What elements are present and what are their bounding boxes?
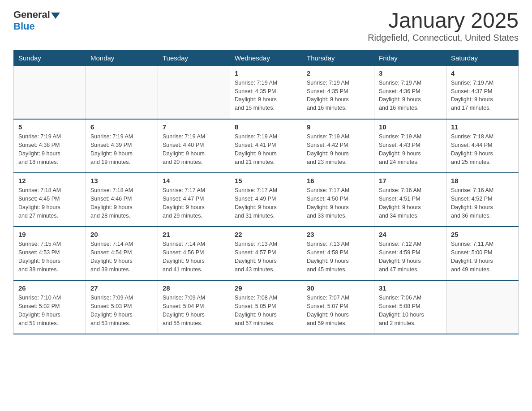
day-number: 10: [379, 123, 442, 131]
table-row: 24Sunrise: 7:12 AMSunset: 4:59 PMDayligh…: [374, 227, 446, 280]
table-row: 25Sunrise: 7:11 AMSunset: 5:00 PMDayligh…: [446, 227, 519, 280]
day-info: Sunrise: 7:16 AMSunset: 4:52 PMDaylight:…: [451, 186, 514, 220]
day-info: Sunrise: 7:19 AMSunset: 4:37 PMDaylight:…: [451, 79, 514, 112]
calendar-week-row: 12Sunrise: 7:18 AMSunset: 4:45 PMDayligh…: [14, 173, 519, 227]
table-row: 20Sunrise: 7:14 AMSunset: 4:54 PMDayligh…: [86, 227, 158, 280]
day-number: 7: [163, 123, 225, 131]
day-number: 28: [163, 284, 225, 292]
table-row: 21Sunrise: 7:14 AMSunset: 4:56 PMDayligh…: [158, 227, 230, 280]
table-row: 30Sunrise: 7:07 AMSunset: 5:07 PMDayligh…: [302, 280, 374, 334]
weekday-header-row: Sunday Monday Tuesday Wednesday Thursday…: [14, 50, 519, 65]
day-number: 6: [90, 123, 153, 131]
table-row: 23Sunrise: 7:13 AMSunset: 4:58 PMDayligh…: [302, 227, 374, 280]
table-row: 5Sunrise: 7:19 AMSunset: 4:38 PMDaylight…: [14, 119, 86, 173]
day-number: 16: [307, 177, 369, 184]
table-row: 14Sunrise: 7:17 AMSunset: 4:47 PMDayligh…: [158, 173, 230, 227]
header-monday: Monday: [86, 50, 158, 65]
page-header: General Blue January 2025 Ridgefield, Co…: [13, 9, 519, 43]
table-row: 31Sunrise: 7:06 AMSunset: 5:08 PMDayligh…: [374, 280, 446, 334]
table-row: 7Sunrise: 7:19 AMSunset: 4:40 PMDaylight…: [158, 119, 230, 173]
day-number: 25: [451, 231, 514, 238]
day-number: 27: [90, 284, 153, 292]
day-info: Sunrise: 7:18 AMSunset: 4:45 PMDaylight:…: [18, 186, 81, 220]
day-info: Sunrise: 7:19 AMSunset: 4:42 PMDaylight:…: [307, 133, 369, 166]
day-number: 31: [379, 284, 442, 292]
day-info: Sunrise: 7:19 AMSunset: 4:40 PMDaylight:…: [163, 133, 225, 166]
calendar-title: January 2025: [368, 9, 519, 33]
day-number: 1: [235, 69, 297, 77]
table-row: 19Sunrise: 7:15 AMSunset: 4:53 PMDayligh…: [14, 227, 86, 280]
calendar-week-row: 5Sunrise: 7:19 AMSunset: 4:38 PMDaylight…: [14, 119, 519, 173]
day-number: 24: [379, 231, 442, 238]
table-row: 13Sunrise: 7:18 AMSunset: 4:46 PMDayligh…: [86, 173, 158, 227]
day-info: Sunrise: 7:08 AMSunset: 5:05 PMDaylight:…: [235, 294, 297, 327]
table-row: 2Sunrise: 7:19 AMSunset: 4:35 PMDaylight…: [302, 65, 374, 119]
day-number: 23: [307, 231, 369, 238]
day-info: Sunrise: 7:09 AMSunset: 5:03 PMDaylight:…: [90, 294, 153, 327]
table-row: [86, 65, 158, 119]
table-row: 15Sunrise: 7:17 AMSunset: 4:49 PMDayligh…: [230, 173, 302, 227]
day-number: 26: [18, 284, 81, 292]
table-row: 17Sunrise: 7:16 AMSunset: 4:51 PMDayligh…: [374, 173, 446, 227]
header-tuesday: Tuesday: [158, 50, 230, 65]
day-info: Sunrise: 7:15 AMSunset: 4:53 PMDaylight:…: [18, 240, 81, 274]
table-row: 8Sunrise: 7:19 AMSunset: 4:41 PMDaylight…: [230, 119, 302, 173]
table-row: 18Sunrise: 7:16 AMSunset: 4:52 PMDayligh…: [446, 173, 519, 227]
day-info: Sunrise: 7:16 AMSunset: 4:51 PMDaylight:…: [379, 186, 442, 220]
day-info: Sunrise: 7:12 AMSunset: 4:59 PMDaylight:…: [379, 240, 442, 274]
day-info: Sunrise: 7:17 AMSunset: 4:50 PMDaylight:…: [307, 186, 369, 220]
calendar-table: Sunday Monday Tuesday Wednesday Thursday…: [13, 50, 519, 335]
day-number: 8: [235, 123, 297, 131]
header-wednesday: Wednesday: [230, 50, 302, 65]
day-info: Sunrise: 7:14 AMSunset: 4:56 PMDaylight:…: [163, 240, 225, 274]
table-row: 6Sunrise: 7:19 AMSunset: 4:39 PMDaylight…: [86, 119, 158, 173]
table-row: [446, 280, 519, 334]
table-row: [158, 65, 230, 119]
day-info: Sunrise: 7:19 AMSunset: 4:38 PMDaylight:…: [18, 133, 81, 166]
day-info: Sunrise: 7:13 AMSunset: 4:57 PMDaylight:…: [235, 240, 297, 274]
day-number: 12: [18, 177, 81, 184]
table-row: 28Sunrise: 7:09 AMSunset: 5:04 PMDayligh…: [158, 280, 230, 334]
table-row: 16Sunrise: 7:17 AMSunset: 4:50 PMDayligh…: [302, 173, 374, 227]
day-number: 29: [235, 284, 297, 292]
table-row: 11Sunrise: 7:18 AMSunset: 4:44 PMDayligh…: [446, 119, 519, 173]
table-row: [14, 65, 86, 119]
table-row: 22Sunrise: 7:13 AMSunset: 4:57 PMDayligh…: [230, 227, 302, 280]
day-number: 22: [235, 231, 297, 238]
day-number: 19: [18, 231, 81, 238]
header-thursday: Thursday: [302, 50, 374, 65]
table-row: 29Sunrise: 7:08 AMSunset: 5:05 PMDayligh…: [230, 280, 302, 334]
day-info: Sunrise: 7:09 AMSunset: 5:04 PMDaylight:…: [163, 294, 225, 327]
header-friday: Friday: [374, 50, 446, 65]
day-number: 3: [379, 69, 442, 77]
day-number: 11: [451, 123, 514, 131]
day-info: Sunrise: 7:07 AMSunset: 5:07 PMDaylight:…: [307, 294, 369, 327]
day-info: Sunrise: 7:10 AMSunset: 5:02 PMDaylight:…: [18, 294, 81, 327]
calendar-week-row: 26Sunrise: 7:10 AMSunset: 5:02 PMDayligh…: [14, 280, 519, 334]
day-number: 15: [235, 177, 297, 184]
logo: General Blue: [13, 9, 60, 32]
day-number: 4: [451, 69, 514, 77]
title-group: January 2025 Ridgefield, Connecticut, Un…: [368, 9, 519, 43]
day-number: 13: [90, 177, 153, 184]
day-info: Sunrise: 7:13 AMSunset: 4:58 PMDaylight:…: [307, 240, 369, 274]
day-info: Sunrise: 7:19 AMSunset: 4:41 PMDaylight:…: [235, 133, 297, 166]
day-info: Sunrise: 7:19 AMSunset: 4:39 PMDaylight:…: [90, 133, 153, 166]
table-row: 12Sunrise: 7:18 AMSunset: 4:45 PMDayligh…: [14, 173, 86, 227]
table-row: 4Sunrise: 7:19 AMSunset: 4:37 PMDaylight…: [446, 65, 519, 119]
day-info: Sunrise: 7:18 AMSunset: 4:46 PMDaylight:…: [90, 186, 153, 220]
calendar-week-row: 1Sunrise: 7:19 AMSunset: 4:35 PMDaylight…: [14, 65, 519, 119]
header-sunday: Sunday: [14, 50, 86, 65]
day-info: Sunrise: 7:18 AMSunset: 4:44 PMDaylight:…: [451, 133, 514, 166]
day-info: Sunrise: 7:17 AMSunset: 4:47 PMDaylight:…: [163, 186, 225, 220]
table-row: 10Sunrise: 7:19 AMSunset: 4:43 PMDayligh…: [374, 119, 446, 173]
header-saturday: Saturday: [446, 50, 519, 65]
day-number: 30: [307, 284, 369, 292]
day-info: Sunrise: 7:19 AMSunset: 4:35 PMDaylight:…: [235, 79, 297, 112]
day-info: Sunrise: 7:19 AMSunset: 4:35 PMDaylight:…: [307, 79, 369, 112]
day-number: 17: [379, 177, 442, 184]
day-number: 20: [90, 231, 153, 238]
day-info: Sunrise: 7:19 AMSunset: 4:43 PMDaylight:…: [379, 133, 442, 166]
table-row: 26Sunrise: 7:10 AMSunset: 5:02 PMDayligh…: [14, 280, 86, 334]
logo-triangle-icon: [51, 13, 60, 19]
